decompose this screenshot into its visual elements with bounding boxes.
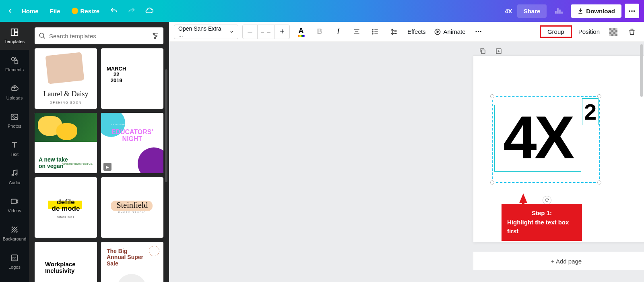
search-templates[interactable] [35,27,163,44]
play-icon: ▶ [103,163,111,171]
canvas-stage[interactable]: 4X 2 Step 2: Group the 2 text box togeth… [169,42,644,282]
rotate-handle[interactable] [543,196,551,205]
bold-button[interactable]: B [312,25,327,39]
decrease-size[interactable]: – [243,25,257,39]
rail-label: Uploads [6,95,23,100]
transparency-button[interactable] [606,25,621,39]
rail-uploads[interactable]: Uploads [0,78,29,106]
spacing-button[interactable] [386,25,401,39]
more-menu-button[interactable]: ··· [625,4,639,18]
svg-rect-22 [613,28,615,30]
canvas-scrollbar[interactable] [640,44,643,97]
svg-point-14 [156,35,157,36]
share-button[interactable]: Share [517,4,547,18]
template-card[interactable]: The Big Annual Super Sale [101,242,163,282]
search-input[interactable] [49,33,148,39]
canvas-text-superscript[interactable]: 2 [582,98,599,125]
svg-rect-26 [613,32,615,34]
svg-rect-4 [15,61,18,64]
resize-handle[interactable] [490,94,494,98]
svg-point-8 [16,174,17,175]
undo-button[interactable] [105,4,123,18]
svg-text:CO.: CO. [12,257,17,260]
svg-point-6 [12,116,14,117]
context-toolbar: Open Sans Extra ... – – – + A B I Eff [169,22,644,42]
duplicate-page-icon[interactable] [477,46,488,56]
italic-button[interactable]: I [331,25,345,39]
file-menu[interactable]: File [50,8,60,15]
font-size-stepper[interactable]: – – – + [242,25,290,39]
publish-button[interactable] [550,4,568,18]
group-button[interactable]: Group [540,25,572,38]
rail-photos[interactable]: Photos [0,106,29,135]
increase-size[interactable]: + [275,25,289,39]
annotation-arrow-down [519,193,527,203]
resize-handle[interactable] [597,94,601,98]
crown-icon [72,8,78,14]
more-tools-button[interactable]: ··· [471,25,486,39]
rail-videos[interactable]: Videos [0,191,29,219]
svg-point-16 [372,29,373,30]
svg-point-12 [39,33,44,37]
side-rail: Templates Elements Uploads Photos Text A… [0,22,29,282]
canvas-text-main[interactable]: 4X [494,107,581,168]
svg-rect-1 [15,29,18,32]
template-card[interactable]: A new take on vegan Viridian Health Food… [35,113,97,173]
cloud-sync-icon[interactable] [140,4,158,18]
font-family-select[interactable]: Open Sans Extra ... [174,25,238,39]
download-button[interactable]: Download [571,4,621,18]
svg-rect-0 [11,29,14,36]
add-page-button[interactable]: + Add page [473,252,644,270]
svg-rect-24 [615,30,617,32]
rail-audio[interactable]: Audio [0,163,29,191]
template-card[interactable]: Workplace Inclusivity [35,242,97,282]
panel-scrollbar[interactable] [165,69,167,182]
rail-label: Elements [5,67,24,72]
alignment-button[interactable] [349,25,364,39]
resize-button[interactable]: Resize [72,8,100,15]
list-button[interactable] [368,25,382,39]
position-button[interactable]: Position [576,28,602,35]
rail-label: Photos [8,124,21,129]
template-card[interactable]: defilede mode SINCE 2011 [35,177,97,238]
rail-label: Background [3,236,27,241]
svg-rect-23 [611,30,613,32]
rail-label: Videos [8,208,21,213]
rail-text[interactable]: Text [0,135,29,163]
effects-button[interactable]: Effects [405,28,428,35]
annotation-step1: Step 1: Highlight the text box first [502,204,582,241]
search-icon [39,32,46,39]
resize-handle[interactable] [490,180,494,185]
rail-elements[interactable]: Elements [0,50,29,78]
redo-button[interactable] [123,4,140,18]
home-link[interactable]: Home [22,8,39,15]
rail-logos[interactable]: CO. Logos [0,247,29,276]
zoom-level[interactable]: 4X [505,8,512,15]
template-card[interactable]: Laurel & Daisy OPENING SOON [35,48,97,109]
rail-label: Logos [8,265,21,270]
svg-point-7 [12,174,14,176]
svg-rect-21 [609,28,611,30]
rail-label: Templates [4,39,25,44]
animate-button[interactable]: Animate [432,25,467,39]
resize-label: Resize [80,8,100,15]
template-card[interactable]: Steinfield PHOTO STUDIO [101,177,163,238]
back-button[interactable] [5,8,16,14]
font-size-value[interactable]: – – [257,25,275,39]
svg-rect-28 [615,34,617,36]
svg-rect-29 [481,50,485,54]
rail-background[interactable]: Background [0,219,29,247]
delete-button[interactable] [625,25,639,39]
template-card[interactable]: LONGSHORE HIGH SCHOOL EDUCATORS' NIGHT W… [101,113,163,173]
template-card[interactable]: SAVETHEDATE MARCH222019 [101,48,163,109]
add-page-icon[interactable] [493,46,504,56]
resize-handle[interactable] [597,180,601,185]
rail-label: Text [10,152,19,157]
top-menu-bar: Home File Resize 4X Share Download ··· [0,0,644,22]
download-label: Download [586,8,615,15]
text-color-button[interactable]: A [294,25,308,39]
filter-icon[interactable] [151,32,159,40]
rail-templates[interactable]: Templates [0,22,29,50]
svg-point-18 [372,33,373,34]
svg-rect-25 [609,32,611,34]
